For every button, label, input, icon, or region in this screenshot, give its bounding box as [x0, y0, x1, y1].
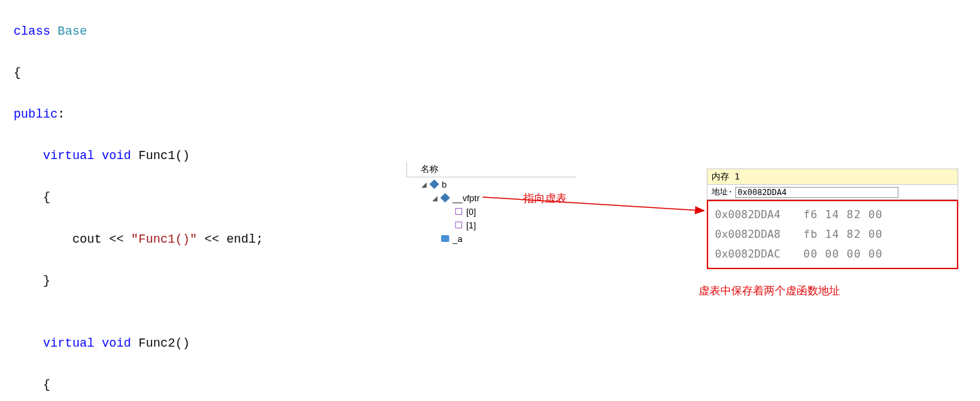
code-line: public: [14, 104, 263, 125]
object-icon [430, 179, 439, 189]
watch-header-name: 名称 [406, 162, 576, 177]
memory-address: 0x0082DDA4 [715, 205, 803, 225]
memory-bytes: f6 14 82 00 [803, 205, 883, 225]
memory-row: 0x0082DDA8fb 14 82 00 [715, 225, 950, 245]
member-icon [454, 220, 463, 230]
code-line: { [14, 374, 263, 396]
code-line: { [14, 187, 263, 208]
object-icon [440, 193, 450, 203]
tree-label: __vfptr [453, 193, 480, 203]
tree-label: _a [453, 234, 462, 244]
memory-row: 0x0082DDA4f6 14 82 00 [715, 205, 950, 225]
member-icon [454, 207, 463, 216]
annotation-points-to-vtable: 指向虚表 [523, 192, 567, 206]
memory-panel: 内存 1 地址· 0x0082DDA4f6 14 82 00 0x0082DDA… [707, 169, 958, 269]
memory-address-bar: 地址· [707, 185, 958, 200]
tree-label: b [442, 179, 447, 190]
annotation-vtable-contents: 虚表中保存着两个虚函数地址 [699, 284, 840, 298]
expand-arrow-icon[interactable]: ◢ [432, 194, 440, 202]
memory-address: 0x0082DDA8 [715, 225, 803, 245]
code-line: class Base [14, 21, 263, 42]
memory-address-input[interactable] [735, 187, 898, 198]
tree-label: [1] [466, 220, 476, 230]
code-line: { [14, 63, 263, 84]
memory-data-region: 0x0082DDA4f6 14 82 00 0x0082DDA8fb 14 82… [707, 200, 958, 269]
memory-row: 0x0082DDAC00 00 00 00 [715, 245, 950, 264]
code-line: virtual void Func1() [14, 145, 263, 167]
memory-bytes: 00 00 00 00 [803, 245, 883, 264]
code-line: cout << "Func1()" << endl; [14, 229, 263, 250]
memory-title: 内存 1 [707, 169, 958, 185]
code-editor: class Base { public: virtual void Func1(… [14, 0, 263, 401]
memory-bytes: fb 14 82 00 [803, 225, 883, 245]
field-icon [440, 234, 450, 243]
expand-arrow-icon[interactable]: ◢ [421, 181, 430, 188]
tree-row-b[interactable]: ◢ b [406, 177, 576, 191]
tree-row-index-1[interactable]: [1] [406, 218, 576, 232]
code-line: virtual void Func2() [14, 333, 263, 354]
memory-address: 0x0082DDAC [715, 245, 803, 264]
tree-row-field-a[interactable]: _a [406, 232, 576, 245]
memory-address-label: 地址· [712, 186, 733, 198]
tree-row-index-0[interactable]: [0] [406, 205, 576, 218]
code-line: } [14, 271, 263, 292]
tree-label: [0] [466, 207, 476, 217]
